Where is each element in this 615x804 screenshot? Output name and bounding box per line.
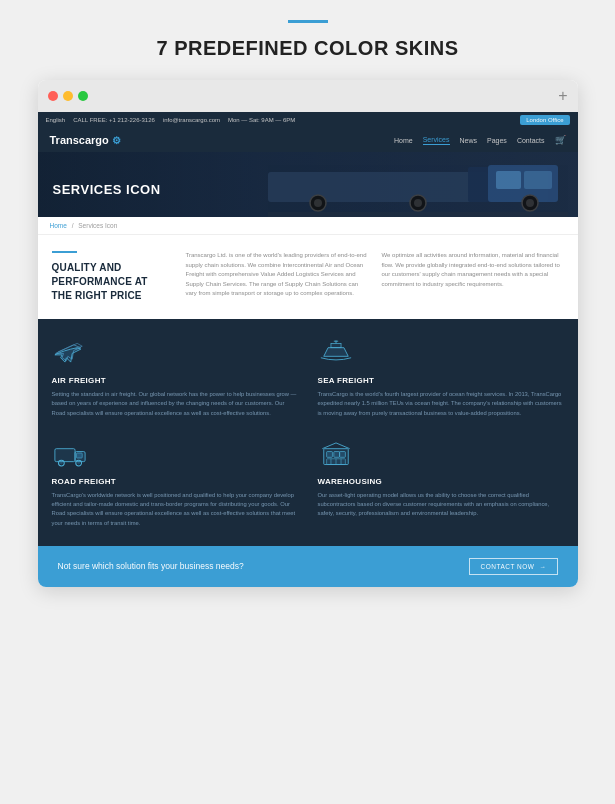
- logo-text: Transcargo: [50, 134, 109, 146]
- svg-rect-4: [524, 171, 552, 189]
- cta-arrow-icon: →: [540, 563, 547, 570]
- page-heading: 7 PREDEFINED COLOR SKINS: [156, 37, 458, 60]
- svg-rect-15: [54, 448, 74, 461]
- browser-chrome: +: [38, 80, 578, 112]
- site-navbar: Transcargo ⚙ Home Services News Pages Co…: [38, 128, 578, 152]
- svg-point-6: [314, 199, 322, 207]
- ship-icon: [318, 337, 354, 367]
- svg-rect-24: [333, 451, 339, 457]
- content-accent-line: [52, 251, 77, 253]
- cta-text: Not sure which solution fits your busine…: [58, 561, 244, 571]
- browser-plus-button[interactable]: +: [558, 88, 567, 104]
- svg-rect-12: [330, 343, 340, 347]
- svg-rect-11: [268, 212, 568, 217]
- service-air-title: AIR FREIGHT: [52, 376, 298, 385]
- email-label: info@transcargo.com: [163, 117, 220, 123]
- site-hero: SERVICES ICON: [38, 152, 578, 217]
- dot-red[interactable]: [48, 91, 58, 101]
- svg-rect-17: [76, 453, 82, 458]
- site-logo: Transcargo ⚙: [50, 134, 121, 146]
- svg-rect-3: [496, 171, 521, 189]
- svg-point-10: [526, 199, 534, 207]
- logo-icon: ⚙: [112, 135, 121, 146]
- site-topbar: English CALL FREE: +1 212-226-3126 info@…: [38, 112, 578, 128]
- svg-point-21: [77, 461, 80, 464]
- service-road-desc: TransCargo's worldwide network is well p…: [52, 491, 298, 528]
- language-selector[interactable]: English: [46, 117, 66, 123]
- dot-yellow[interactable]: [63, 91, 73, 101]
- breadcrumb-separator: /: [72, 222, 74, 229]
- breadcrumb-bar: Home / Services Icon: [38, 217, 578, 235]
- top-accent-line: [288, 20, 328, 23]
- browser-dots: [48, 91, 88, 101]
- content-heading: QUALITY AND PERFORMANCE AT THE RIGHT PRI…: [52, 261, 172, 303]
- nav-news[interactable]: News: [460, 137, 478, 144]
- nav-services[interactable]: Services: [423, 136, 450, 145]
- hero-truck-image: [268, 157, 568, 217]
- service-warehousing: WAREHOUSING Our asset-light operating mo…: [318, 438, 564, 528]
- service-sea-title: SEA FREIGHT: [318, 376, 564, 385]
- warehouse-icon: [318, 438, 354, 468]
- cta-bar: Not sure which solution fits your busine…: [38, 546, 578, 587]
- phone-label: CALL FREE: +1 212-226-3126: [73, 117, 155, 123]
- svg-rect-25: [339, 451, 345, 457]
- dot-green[interactable]: [78, 91, 88, 101]
- site-nav: Home Services News Pages Contacts 🛒: [394, 135, 566, 145]
- services-section: AIR FREIGHT Setting the standard in air …: [38, 319, 578, 546]
- content-body-right: We optimize all activities around inform…: [382, 251, 564, 303]
- service-sea-freight: SEA FREIGHT TransCargo is the world's fo…: [318, 337, 564, 418]
- nav-home[interactable]: Home: [394, 137, 413, 144]
- cta-button-label: CONTACT NOW: [480, 563, 534, 570]
- hero-title: SERVICES ICON: [53, 182, 161, 197]
- cta-button[interactable]: CONTACT NOW →: [469, 558, 557, 575]
- service-warehouse-desc: Our asset-light operating model allows u…: [318, 491, 564, 519]
- truck-icon: [52, 438, 88, 468]
- svg-point-19: [59, 461, 62, 464]
- office-button[interactable]: London Office: [520, 115, 569, 125]
- breadcrumb-home[interactable]: Home: [50, 222, 67, 229]
- plane-icon: [52, 337, 88, 367]
- service-road-freight: ROAD FREIGHT TransCargo's worldwide netw…: [52, 438, 298, 528]
- breadcrumb-current: Services Icon: [78, 222, 117, 229]
- service-road-title: ROAD FREIGHT: [52, 477, 298, 486]
- browser-mockup: + English CALL FREE: +1 212-226-3126 inf…: [38, 80, 578, 587]
- nav-pages[interactable]: Pages: [487, 137, 507, 144]
- content-left: QUALITY AND PERFORMANCE AT THE RIGHT PRI…: [52, 251, 172, 303]
- svg-point-8: [414, 199, 422, 207]
- service-warehouse-title: WAREHOUSING: [318, 477, 564, 486]
- topbar-left: English CALL FREE: +1 212-226-3126 info@…: [46, 117, 296, 123]
- service-air-desc: Setting the standard in air freight. Our…: [52, 390, 298, 418]
- nav-cart-icon: 🛒: [555, 135, 566, 145]
- content-body-left: Transcargo Ltd. is one of the world's le…: [186, 251, 368, 303]
- svg-rect-0: [268, 172, 488, 202]
- page-wrapper: 7 PREDEFINED COLOR SKINS + English CALL …: [0, 0, 615, 617]
- content-section: QUALITY AND PERFORMANCE AT THE RIGHT PRI…: [38, 235, 578, 319]
- nav-contacts[interactable]: Contacts: [517, 137, 545, 144]
- hours-label: Mon — Sat: 9AM — 6PM: [228, 117, 295, 123]
- svg-rect-23: [326, 451, 332, 457]
- service-sea-desc: TransCargo is the world's fourth largest…: [318, 390, 564, 418]
- service-air-freight: AIR FREIGHT Setting the standard in air …: [52, 337, 298, 418]
